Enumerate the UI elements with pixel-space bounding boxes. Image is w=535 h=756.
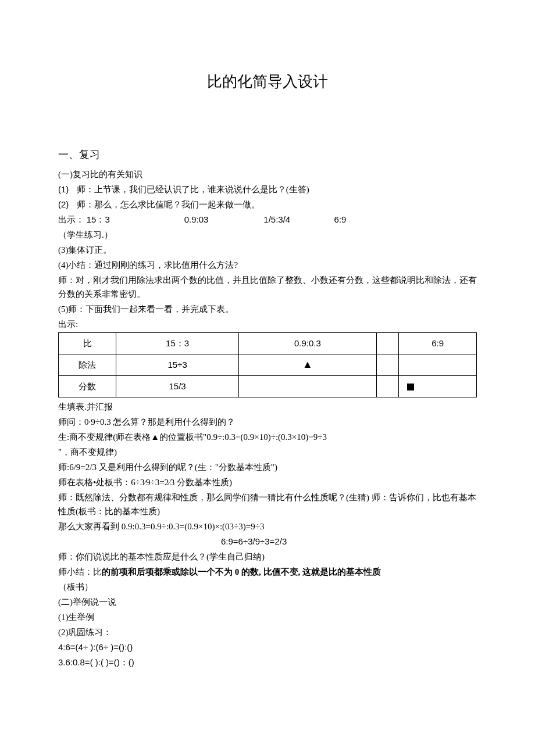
- table-cell: [399, 354, 477, 376]
- body-text: 师在表格•处板书：6÷3⁄9÷3=2⁄3 分数基本性质): [58, 475, 477, 489]
- subsection-heading: (一)复习比的有关知识: [58, 167, 477, 181]
- table-row: 分数 15/3: [59, 376, 477, 397]
- item-text: (2)巩固练习：: [58, 625, 477, 639]
- display-value: 1/5:3/4: [242, 213, 312, 227]
- body-text: 师小结：比: [58, 567, 102, 576]
- table-cell: 0.9:0.3: [239, 333, 376, 354]
- body-text: 师问：0·9÷0.3 怎么算？那是利用什么得到的？: [58, 415, 477, 429]
- body-text: 那么大家再看到 0.9:0.3=0.9÷:0.3=(0.9×10)×:(03÷3…: [58, 519, 477, 533]
- body-text: 生:商不变规律(师在表格▲的位置板书"0.9÷:0.3=(0.9×10)÷:(0…: [58, 432, 327, 442]
- table-cell: [376, 354, 399, 376]
- table-cell: 15：3: [116, 333, 239, 354]
- exercise-line: 3.6:0.8=( ):( )=()：(): [58, 655, 477, 669]
- display-value: 15：3: [87, 213, 151, 227]
- display-label: 出示:: [58, 317, 477, 331]
- ratio-table: 比 15：3 0.9:0.3 6:9 除法 15÷3 ▲ 分数 15/3: [58, 332, 477, 397]
- table-row: 除法 15÷3 ▲: [59, 354, 477, 376]
- subsection-heading: (二)举例说一说: [58, 595, 477, 609]
- section-heading: 一、复习: [58, 146, 477, 163]
- table-cell: [376, 376, 399, 397]
- expression: 6:9=6÷3/9÷3=2/3: [221, 535, 477, 549]
- item-text: (5)师：下面我们一起来看一看，并完成下表。: [58, 302, 477, 316]
- exercise-line: 4:6=(4÷ ):(6÷ )=():(): [58, 640, 477, 654]
- body-text: 生填表.并汇报: [58, 400, 477, 414]
- body-text: （板书）: [58, 580, 477, 594]
- item-text: (1)生举例: [58, 610, 477, 624]
- table-cell: 6:9: [399, 333, 477, 354]
- body-text: 师：你们说说比的基本性质应是什么？(学生自己归纳): [58, 550, 477, 564]
- square-icon: [407, 384, 414, 390]
- table-cell: ▲: [239, 354, 376, 376]
- table-cell: 除法: [59, 354, 116, 376]
- table-cell: [376, 333, 399, 354]
- triangle-icon: ▲: [302, 359, 313, 370]
- body-text-bold: 的前项和后项都乘或除以一个不为 0 的数, 比值不变, 这就是比的基本性质: [102, 567, 381, 576]
- table-cell: 分数: [59, 376, 116, 397]
- display-note: （学生练习.）: [58, 228, 477, 242]
- table-cell: [399, 376, 477, 397]
- doc-title: 比的化简导入设计: [58, 70, 477, 94]
- item-note: 师：对，刚才我们用除法求出两个数的比值，并且比值除了整数、小数还有分数，这些都说…: [58, 273, 477, 301]
- table-cell: 15÷3: [116, 354, 239, 376]
- item-text: (4)小结：通过刚刚的练习，求比值用什么方法?: [58, 258, 477, 272]
- display-value: 6:9: [314, 213, 366, 227]
- display-label: 出示：: [58, 213, 84, 227]
- body-text: 师:6/9=2/3 又是利用什么得到的呢？(生："分数基本性质"): [58, 460, 477, 474]
- item-number: (1): [58, 182, 74, 196]
- display-value: 0.9:03: [153, 213, 240, 227]
- item-number: (2): [58, 198, 74, 212]
- item-text: (3)集体订正。: [58, 243, 477, 257]
- body-text: "，商不变规律): [58, 445, 477, 459]
- item-text: 师：上节课，我们已经认识了比，谁来说说什么是比？(生答): [77, 185, 309, 194]
- table-cell: [239, 376, 376, 397]
- table-cell: 比: [59, 333, 116, 354]
- table-cell: 15/3: [116, 376, 239, 397]
- table-row: 比 15：3 0.9:0.3 6:9: [59, 333, 477, 354]
- body-text: 师：既然除法、分数都有规律和性质，那么同学们猜一猜比有什么性质呢？(生猜) 师：…: [58, 490, 477, 518]
- item-text: 师：那么，怎么求比值呢？我们一起来做一做。: [77, 200, 260, 209]
